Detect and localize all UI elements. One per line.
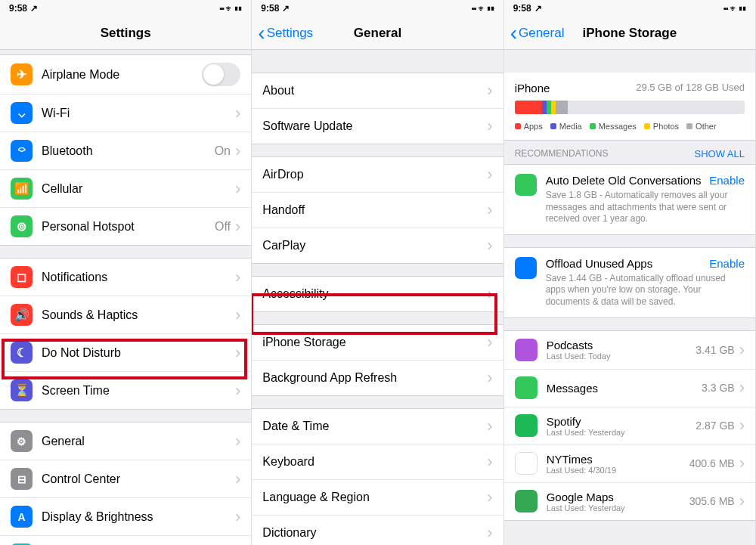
nav-bar: Settings General: [252, 17, 503, 50]
about-row[interactable]: About: [252, 73, 503, 108]
chevron-right-icon: [235, 305, 240, 325]
google-maps-row[interactable]: Google Maps Last Used: Yesterday 305.6 M…: [504, 482, 755, 520]
display-brightness-row[interactable]: A Display & Brightness: [0, 497, 251, 535]
chevron-right-icon: [487, 116, 492, 136]
reco-title: Auto Delete Old Conversations: [546, 174, 702, 187]
chevron-right-icon: [487, 523, 492, 543]
airplane-icon: ✈: [11, 63, 33, 85]
back-button[interactable]: Settings: [258, 23, 313, 44]
nav-bar: General iPhone Storage: [504, 17, 755, 50]
chevron-right-icon: [487, 236, 492, 255]
spotify-row[interactable]: Spotify Last Used: Yesterday 2.87 GB: [504, 407, 755, 444]
legend-item: Messages: [590, 122, 637, 131]
enable-button[interactable]: Enable: [709, 174, 745, 187]
general-section: ⚙ General ⊟ Control Center A Display & B…: [0, 422, 251, 545]
iphone-storage-row[interactable]: iPhone Storage: [252, 325, 503, 360]
cellular-row[interactable]: 📶 Cellular: [0, 169, 251, 207]
reco-autodelete[interactable]: Auto Delete Old Conversations Enable Sav…: [504, 164, 755, 235]
app-icon: [515, 339, 538, 361]
chevron-right-icon: [235, 141, 240, 161]
notifications-label: Notifications: [42, 271, 235, 284]
row-label: Date & Time: [262, 420, 487, 433]
status-icons: ▪▪ ᯤ ▮▮: [472, 4, 494, 13]
row-label: Handoff: [262, 203, 487, 217]
enable-button[interactable]: Enable: [709, 257, 745, 270]
legend-item: Apps: [515, 122, 543, 131]
screentime-row[interactable]: ⏳ Screen Time: [0, 371, 251, 409]
wifi-row[interactable]: ⌵ Wi-Fi: [0, 94, 251, 132]
show-all-button[interactable]: SHOW ALL: [695, 148, 745, 159]
chevron-right-icon: [487, 368, 492, 388]
nav-title: Settings: [101, 26, 151, 41]
settings-screen: 9:58 ↗ ▪▪ ᯤ ▮▮ Settings ✈ Airplane Mode …: [0, 0, 252, 545]
chevron-right-icon: [487, 165, 492, 184]
cellular-label: Cellular: [42, 182, 235, 196]
messages-row[interactable]: Messages 3.3 GB: [504, 369, 755, 407]
hotspot-value: Off: [215, 220, 231, 234]
reco-title: Offload Unused Apps: [546, 257, 653, 270]
legend-item: Other: [686, 122, 717, 131]
chevron-right-icon: [235, 217, 240, 237]
sounds-row[interactable]: 🔊 Sounds & Haptics: [0, 296, 251, 333]
nav-title: iPhone Storage: [582, 26, 677, 41]
storage-legend: AppsMediaMessagesPhotosOther: [515, 122, 745, 131]
legend-dot: [686, 123, 692, 129]
app-size: 400.6 MB: [689, 457, 735, 469]
notification-section: ◻ Notifications 🔊 Sounds & Haptics ☾ Do …: [0, 258, 251, 410]
row-label: Display & Brightness: [42, 510, 235, 524]
language-region-row[interactable]: Language & Region: [252, 479, 503, 515]
nytimes-row[interactable]: NYTimes Last Used: 4/30/19 400.6 MB: [504, 444, 755, 482]
app-list: Podcasts Last Used: Today 3.41 GB Messag…: [504, 330, 755, 521]
app-icon: [515, 452, 538, 475]
storage-segment: [556, 101, 567, 114]
chevron-right-icon: [235, 179, 240, 199]
location-icon: ↗: [30, 3, 38, 14]
legend-dot: [590, 123, 596, 129]
storage-screen: 9:58 ↗ ▪▪ ᯤ ▮▮ General iPhone Storage iP…: [504, 0, 756, 545]
hotspot-row[interactable]: ⊚ Personal Hotspot Off: [0, 207, 251, 245]
background-app-refresh-row[interactable]: Background App Refresh: [252, 360, 503, 395]
dnd-row[interactable]: ☾ Do Not Disturb: [0, 333, 251, 371]
airdrop-row[interactable]: AirDrop: [252, 157, 503, 192]
dictionary-row[interactable]: Dictionary: [252, 515, 503, 545]
reco-desc: Save 1.44 GB - Automatically offload unu…: [546, 273, 745, 308]
legend-item: Media: [550, 122, 582, 131]
row-icon: ⊟: [11, 468, 33, 490]
software-update-row[interactable]: Software Update: [252, 108, 503, 144]
storage-bar: [515, 101, 745, 114]
airplane-mode-row[interactable]: ✈ Airplane Mode: [0, 55, 251, 94]
wallpaper-row[interactable]: ❀ Wallpaper: [0, 535, 251, 545]
location-icon: ↗: [534, 3, 542, 14]
app-last-used: Last Used: Yesterday: [547, 503, 689, 512]
chevron-right-icon: [739, 340, 745, 360]
general-row[interactable]: ⚙ General: [0, 423, 251, 460]
notifications-row[interactable]: ◻ Notifications: [0, 259, 251, 296]
status-bar: 9:58 ↗ ▪▪ ᯤ ▮▮: [252, 0, 503, 17]
accessibility-row[interactable]: Accessibility: [252, 277, 503, 311]
handoff-row[interactable]: Handoff: [252, 192, 503, 228]
app-name: Google Maps: [547, 491, 689, 503]
date-time-row[interactable]: Date & Time: [252, 409, 503, 444]
reco-offload[interactable]: Offload Unused Apps Enable Save 1.44 GB …: [504, 247, 755, 318]
connection-section: ✈ Airplane Mode ⌵ Wi-Fi ⌔ Bluetooth On 📶…: [0, 54, 251, 246]
app-size: 305.6 MB: [689, 495, 735, 507]
podcasts-row[interactable]: Podcasts Last Used: Today 3.41 GB: [504, 331, 755, 369]
time: 9:58: [513, 3, 531, 14]
wifi-icon: ⌵: [11, 102, 33, 124]
back-button[interactable]: General: [510, 23, 565, 44]
bluetooth-row[interactable]: ⌔ Bluetooth On: [0, 132, 251, 169]
chevron-right-icon: [235, 268, 240, 287]
back-label: Settings: [267, 26, 313, 41]
appstore-icon: [515, 257, 537, 279]
chevron-right-icon: [235, 343, 240, 363]
row-label: CarPlay: [262, 239, 487, 252]
keyboard-row[interactable]: Keyboard: [252, 444, 503, 479]
section: Accessibility: [252, 276, 503, 312]
carplay-row[interactable]: CarPlay: [252, 228, 503, 263]
legend-label: Apps: [524, 122, 543, 131]
airplane-label: Airplane Mode: [42, 68, 202, 82]
legend-item: Photos: [644, 122, 679, 131]
control-center-row[interactable]: ⊟ Control Center: [0, 460, 251, 497]
airplane-toggle[interactable]: [202, 63, 240, 86]
chevron-right-icon: [487, 284, 492, 304]
